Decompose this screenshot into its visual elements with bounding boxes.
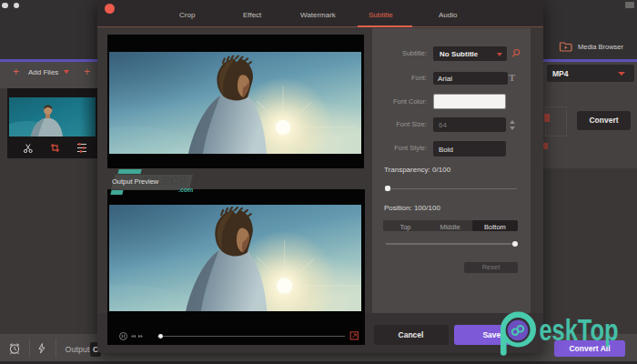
svg-text:eskTop: eskTop bbox=[540, 313, 619, 347]
